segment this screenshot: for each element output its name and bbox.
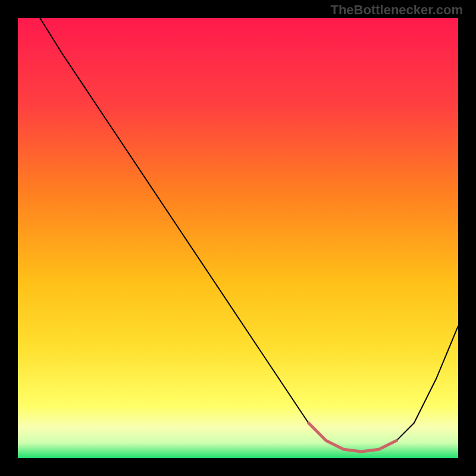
chart-svg	[18, 18, 458, 458]
chart-container	[18, 18, 458, 458]
gradient-background	[18, 18, 458, 458]
plot-area	[18, 18, 458, 458]
watermark: TheBottlenecker.com	[330, 2, 463, 18]
